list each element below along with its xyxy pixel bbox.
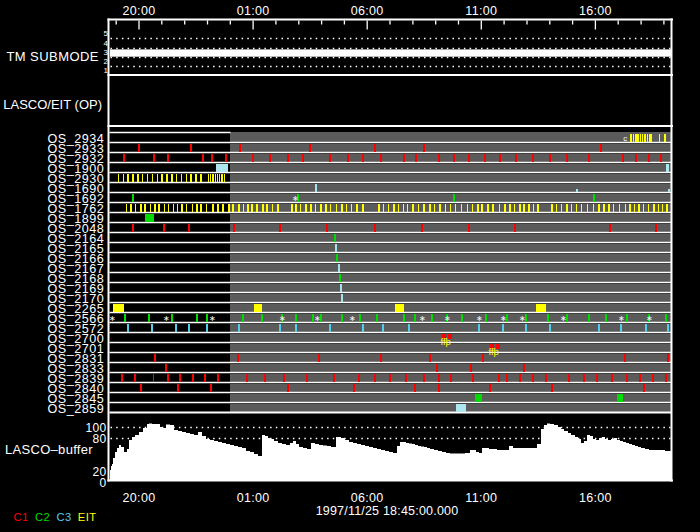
svg-text:∗: ∗	[279, 314, 286, 323]
svg-text:C3: C3	[57, 511, 72, 523]
svg-text:∗: ∗	[349, 314, 356, 323]
svg-text:∗: ∗	[560, 314, 567, 323]
svg-text:16:00: 16:00	[579, 491, 612, 505]
svg-text:∗: ∗	[500, 314, 507, 323]
svg-text:∗: ∗	[292, 194, 299, 203]
svg-text:20:00: 20:00	[123, 4, 156, 18]
svg-text:80: 80	[93, 432, 107, 446]
svg-text:LASCO–buffer: LASCO–buffer	[5, 442, 93, 457]
svg-text:∗: ∗	[519, 314, 526, 323]
svg-text:1997/11/25 18:45:00.000: 1997/11/25 18:45:00.000	[316, 504, 459, 518]
svg-text:ffþ: ffþ	[489, 346, 499, 357]
svg-text:∗: ∗	[476, 314, 483, 323]
svg-text:∗: ∗	[444, 314, 451, 323]
svg-text:16:00: 16:00	[579, 4, 612, 18]
svg-text:∗: ∗	[618, 314, 625, 323]
svg-text:∗: ∗	[646, 314, 653, 323]
svg-text:EIT: EIT	[78, 511, 97, 523]
svg-text:06:00: 06:00	[351, 4, 384, 18]
svg-text:∗: ∗	[419, 314, 426, 323]
svg-text:∗: ∗	[109, 314, 116, 323]
svg-text:∗: ∗	[209, 314, 216, 323]
svg-text:0: 0	[100, 476, 107, 490]
svg-text:C1: C1	[14, 511, 29, 523]
svg-text:C2: C2	[35, 511, 50, 523]
svg-text:∗: ∗	[314, 314, 321, 323]
svg-text:OS_2859: OS_2859	[47, 402, 104, 416]
svg-text:01:00: 01:00	[237, 4, 270, 18]
svg-text:11:00: 11:00	[465, 4, 497, 18]
svg-text:∗: ∗	[163, 314, 170, 323]
svg-text:c: c	[623, 134, 627, 143]
svg-text:ffþ: ffþ	[441, 336, 451, 347]
svg-text:20:00: 20:00	[123, 491, 156, 505]
svg-text:11:00: 11:00	[465, 491, 497, 505]
svg-text:06:00: 06:00	[351, 491, 384, 505]
svg-text:01:00: 01:00	[237, 491, 270, 505]
svg-text:TM SUBMODE: TM SUBMODE	[6, 49, 99, 64]
svg-text:LASCO/EIT (OP): LASCO/EIT (OP)	[3, 97, 102, 112]
